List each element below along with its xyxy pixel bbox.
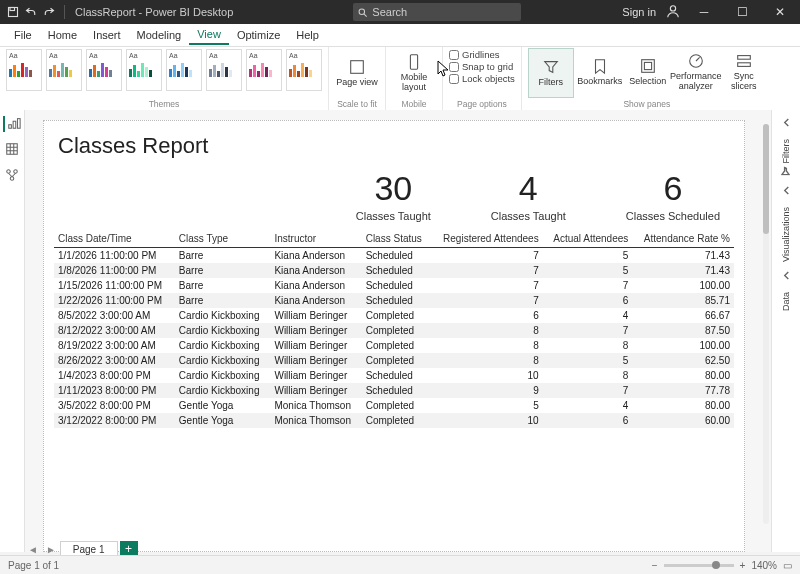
gridlines-checkbox[interactable]: Gridlines: [449, 49, 515, 60]
lock-checkbox[interactable]: Lock objects: [449, 73, 515, 84]
sync-slicers-button[interactable]: Sync slicers: [722, 48, 766, 96]
redo-icon[interactable]: [42, 5, 56, 19]
theme-thumb-0[interactable]: Aa: [6, 49, 42, 91]
group-label-themes: Themes: [149, 99, 180, 109]
svg-rect-7: [644, 62, 651, 69]
view-rail: [0, 110, 25, 112]
save-icon[interactable]: [6, 5, 20, 19]
theme-thumb-2[interactable]: Aa: [86, 49, 122, 91]
menu-modeling[interactable]: Modeling: [129, 26, 190, 44]
menu-insert[interactable]: Insert: [85, 26, 129, 44]
svg-rect-6: [642, 60, 655, 73]
menu-file[interactable]: File: [6, 26, 40, 44]
menu-home[interactable]: Home: [40, 26, 85, 44]
page-view-button[interactable]: Page view: [335, 49, 379, 97]
performance-analyzer-button[interactable]: Performance analyzer: [674, 48, 718, 96]
theme-thumb-3[interactable]: Aa: [126, 49, 162, 91]
theme-thumb-6[interactable]: Aa: [246, 49, 282, 91]
theme-thumb-5[interactable]: Aa: [206, 49, 242, 91]
window-title: ClassReport - Power BI Desktop: [75, 6, 233, 18]
right-panes-rail: Filters Visualizations Data: [771, 110, 800, 112]
user-icon[interactable]: [666, 4, 680, 20]
search-placeholder: Search: [372, 6, 407, 18]
minimize-button[interactable]: ─: [690, 5, 718, 19]
filters-pane-button[interactable]: Filters: [528, 48, 574, 98]
mobile-layout-button[interactable]: Mobile layout: [392, 49, 436, 97]
bookmarks-pane-button[interactable]: Bookmarks: [578, 48, 622, 96]
svg-rect-1: [10, 8, 15, 11]
svg-rect-9: [738, 56, 751, 60]
close-button[interactable]: ✕: [766, 5, 794, 19]
svg-point-3: [670, 6, 675, 11]
theme-thumb-1[interactable]: Aa: [46, 49, 82, 91]
signin-button[interactable]: Sign in: [622, 6, 656, 18]
svg-rect-5: [410, 55, 417, 69]
undo-icon[interactable]: [24, 5, 38, 19]
snap-checkbox[interactable]: Snap to grid: [449, 61, 515, 72]
menu-view[interactable]: View: [189, 25, 229, 45]
svg-point-2: [359, 9, 365, 15]
svg-rect-10: [738, 63, 751, 67]
maximize-button[interactable]: ☐: [728, 5, 756, 19]
theme-thumb-7[interactable]: Aa: [286, 49, 322, 91]
theme-thumb-4[interactable]: Aa: [166, 49, 202, 91]
svg-rect-4: [351, 61, 364, 74]
selection-pane-button[interactable]: Selection: [626, 48, 670, 96]
search-input[interactable]: Search: [353, 3, 521, 21]
menu-help[interactable]: Help: [288, 26, 327, 44]
menu-optimize[interactable]: Optimize: [229, 26, 288, 44]
ribbon: AaAaAaAaAaAaAaAa Themes Page view Scale …: [0, 47, 800, 112]
menu-bar: File Home Insert Modeling View Optimize …: [0, 24, 800, 47]
window-titlebar: ClassReport - Power BI Desktop Search Si…: [0, 0, 800, 24]
